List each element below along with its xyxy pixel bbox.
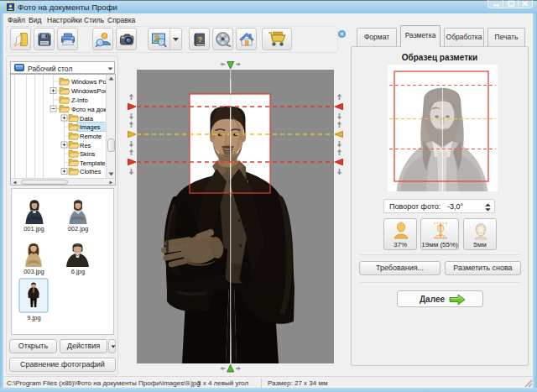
svg-text:Z-Info: Z-Info (71, 97, 88, 104)
svg-text:Res: Res (80, 142, 91, 149)
svg-text:Data: Data (80, 115, 94, 123)
svg-text:?: ? (197, 34, 202, 44)
svg-text:Skins: Skins (80, 150, 96, 158)
svg-text:001.jpg: 001.jpg (23, 225, 44, 233)
svg-text:Images: Images (80, 123, 101, 131)
svg-text:6.jpg: 6.jpg (71, 268, 85, 275)
svg-text:Remote: Remote (80, 133, 102, 140)
svg-text:003.jpg: 003.jpg (23, 268, 44, 275)
svg-text:002.jpg: 002.jpg (68, 225, 89, 233)
svg-text:Clothes: Clothes (80, 168, 102, 175)
svg-text:WindowsPow: WindowsPow (71, 87, 110, 95)
svg-text:Фото на док: Фото на док (71, 106, 107, 113)
svg-text:Template: Template (80, 159, 105, 167)
svg-text:Windows Po: Windows Po (71, 78, 107, 86)
svg-text:9.jpg: 9.jpg (27, 314, 40, 321)
